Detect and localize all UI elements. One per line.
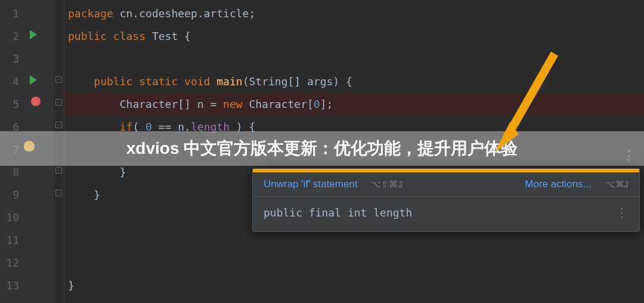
code-line[interactable] [64, 229, 644, 252]
fold-toggle-icon[interactable]: − [55, 76, 62, 83]
line-number: 10 [0, 206, 19, 229]
unwrap-if-action[interactable]: Unwrap 'if' statement [264, 178, 358, 190]
line-number: 1 [0, 2, 19, 25]
line-number: 4 [0, 70, 19, 93]
line-number: 13 [0, 274, 19, 297]
fold-toggle-icon[interactable]: − [55, 122, 62, 128]
fold-toggle-icon[interactable]: − [55, 99, 62, 106]
run-class-icon[interactable] [30, 30, 37, 39]
overlay-banner: xdvios 中文官方版本更新：优化功能，提升用户体验 [0, 131, 644, 166]
line-number: 3 [0, 48, 19, 70]
banner-text: xdvios 中文官方版本更新：优化功能，提升用户体验 [126, 137, 518, 160]
code-line[interactable]: package cn.codesheep.article; [64, 2, 644, 25]
code-line[interactable]: public static void main(String[] args) { [64, 70, 644, 93]
quick-doc-text: public final int length [264, 206, 412, 219]
fold-toggle-icon[interactable]: − [55, 167, 62, 174]
popup-doc-row: public final int length ⋮ [253, 197, 639, 231]
shortcut-hint: ⌥⇧⌘J [371, 179, 402, 189]
line-number: 5 [0, 93, 19, 116]
code-line[interactable]: public class Test { [64, 25, 644, 48]
code-line[interactable] [64, 48, 644, 70]
shortcut-hint: ⌥⌘J [605, 179, 629, 189]
intention-popup: Unwrap 'if' statement ⌥⇧⌘J More actions.… [252, 168, 640, 232]
fold-toggle-icon[interactable]: − [55, 190, 62, 196]
run-method-icon[interactable] [30, 75, 37, 85]
line-number: 12 [0, 252, 19, 274]
code-line[interactable] [64, 252, 644, 274]
more-actions-link[interactable]: More actions... [525, 178, 592, 190]
code-line[interactable]: } [64, 274, 644, 297]
popup-actions-row: Unwrap 'if' statement ⌥⇧⌘J More actions.… [253, 172, 639, 197]
code-line-breakpoint[interactable]: Character[] n = new Character[0]; [64, 93, 644, 116]
popup-menu-icon[interactable]: ⋮ [616, 205, 628, 219]
line-number: 2 [0, 25, 19, 48]
line-number: 9 [0, 184, 19, 206]
breakpoint-icon[interactable] [31, 97, 41, 106]
line-number: 11 [0, 229, 19, 252]
